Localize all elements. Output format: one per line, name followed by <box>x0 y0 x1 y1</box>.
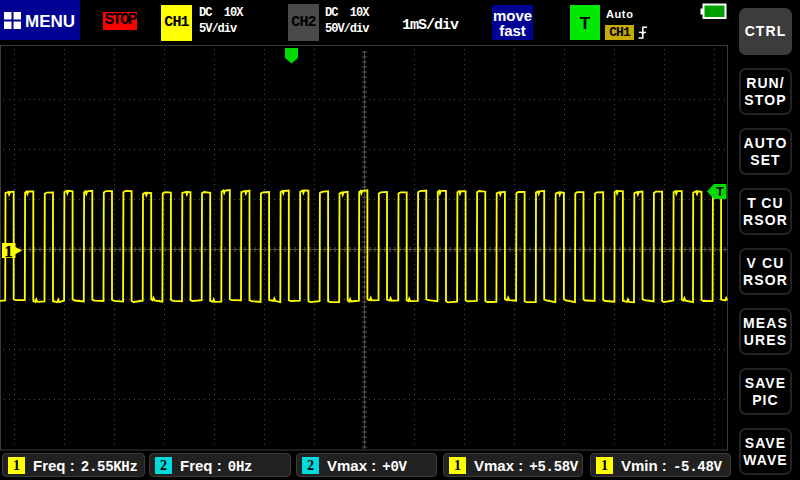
svg-text:T: T <box>716 184 724 199</box>
svg-text:1: 1 <box>5 243 13 260</box>
